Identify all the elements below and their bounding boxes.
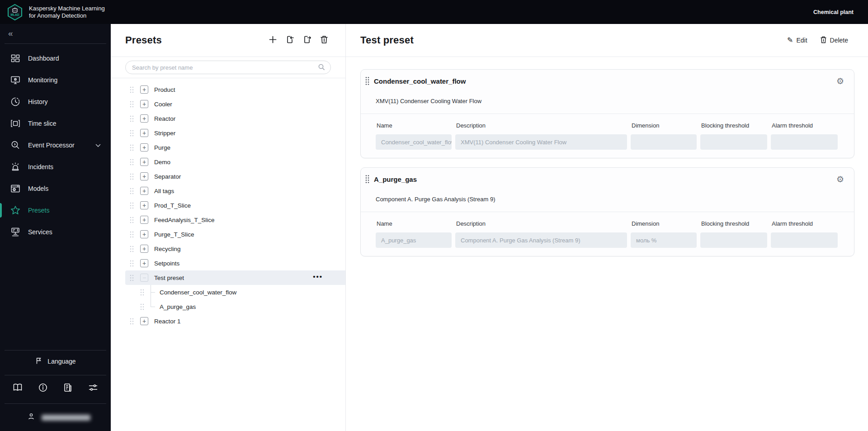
expand-icon[interactable]: + <box>140 158 148 166</box>
drag-handle-icon[interactable] <box>130 318 134 325</box>
preset-add-button[interactable] <box>268 34 278 46</box>
expand-icon[interactable]: + <box>140 143 148 152</box>
expand-icon[interactable]: + <box>140 216 148 224</box>
delete-icon <box>320 35 328 45</box>
gear-icon[interactable]: ⚙ <box>836 77 844 85</box>
drag-handle-icon[interactable] <box>130 144 134 151</box>
sidebar-collapse-button[interactable]: « <box>0 24 111 41</box>
sidebar-item-label: Time slice <box>28 120 57 127</box>
drag-handle-icon[interactable] <box>130 188 134 194</box>
delete-button[interactable]: Delete <box>820 36 848 45</box>
expand-icon[interactable]: + <box>140 187 148 195</box>
sidebar-item-label: Incidents <box>28 163 53 171</box>
drag-handle-icon[interactable] <box>130 115 134 122</box>
presets-icon <box>10 205 21 216</box>
column-header-name: Name <box>376 218 452 232</box>
sidebar-item-history[interactable]: History <box>0 91 111 113</box>
preset-name: Product <box>154 86 175 93</box>
drag-handle-icon[interactable] <box>130 202 134 209</box>
preset-tree-item-all-tags[interactable]: + All tags <box>125 184 345 198</box>
expand-icon[interactable]: + <box>140 85 148 94</box>
sidebar-item-incidents[interactable]: Incidents <box>0 156 111 178</box>
drag-handle-icon[interactable] <box>130 173 134 180</box>
svg-text:MLAD: MLAD <box>11 13 19 16</box>
expand-icon[interactable]: + <box>140 245 148 253</box>
sidebar-item-time-slice[interactable]: Time slice <box>0 113 111 134</box>
column-header-blocking-threshold: Blocking threshold <box>700 120 767 134</box>
preset-context-menu-button[interactable]: ••• <box>313 273 323 280</box>
drag-handle-icon[interactable] <box>130 231 134 238</box>
services-icon <box>10 227 21 237</box>
reports-button[interactable] <box>62 382 74 395</box>
preset-tree-item-demo[interactable]: + Demo <box>125 155 345 169</box>
sidebar-item-monitoring[interactable]: Monitoring <box>0 69 111 91</box>
drag-handle-icon[interactable] <box>130 275 134 281</box>
column-header-alarm-threshold: Alarm threshold <box>771 120 838 134</box>
expand-icon[interactable]: + <box>140 259 148 267</box>
preset-tree-item-prod-t-slice[interactable]: + Prod_T_Slice <box>125 198 345 213</box>
preset-tree-item-stripper[interactable]: + Stripper <box>125 126 345 140</box>
manual-button[interactable] <box>12 382 24 395</box>
preset-tag-item-a-purge-gas[interactable]: A_purge_gas <box>125 299 345 314</box>
preset-tree-item-reactor-1[interactable]: + Reactor 1 <box>125 314 345 328</box>
preset-tree-item-reactor[interactable]: + Reactor <box>125 111 345 126</box>
preset-name: Test preset <box>154 275 184 281</box>
edit-button[interactable]: ✎ Edit <box>787 37 807 44</box>
drag-handle-icon[interactable] <box>140 289 144 296</box>
preset-export-button[interactable] <box>302 34 312 46</box>
collapse-icon[interactable]: − <box>140 274 148 282</box>
preset-tree-item-purge[interactable]: + Purge <box>125 140 345 155</box>
drag-handle-icon[interactable] <box>365 175 369 184</box>
expand-icon[interactable]: + <box>140 172 148 180</box>
sidebar-item-services[interactable]: Services <box>0 221 111 243</box>
preset-tag-item-condenser-cool-water-flow[interactable]: Condenser_cool_water_flow <box>125 285 345 299</box>
preset-import-button[interactable] <box>285 34 295 46</box>
drag-handle-icon[interactable] <box>130 101 134 108</box>
settings-button[interactable] <box>87 382 99 395</box>
incidents-icon <box>10 161 21 172</box>
preset-search-input[interactable] <box>125 61 331 74</box>
drag-handle-icon[interactable] <box>130 246 134 252</box>
sidebar-item-presets[interactable]: Presets <box>0 199 111 221</box>
preset-tree-item-product[interactable]: + Product <box>125 82 345 97</box>
preset-name: Recycling <box>154 246 181 252</box>
preset-tree-item-cooler[interactable]: + Cooler <box>125 97 345 111</box>
expand-icon[interactable]: + <box>140 114 148 123</box>
drag-handle-icon[interactable] <box>365 76 369 85</box>
preset-tree-item-purge-t-slice[interactable]: + Purge_T_Slice <box>125 227 345 242</box>
drag-handle-icon[interactable] <box>130 159 134 166</box>
sidebar-item-models[interactable]: Models <box>0 178 111 199</box>
column-header-alarm-threshold: Alarm threshold <box>771 218 838 232</box>
preset-delete-button[interactable] <box>319 34 329 46</box>
preset-name: Demo <box>154 159 170 166</box>
tag-name: A_purge_gas <box>160 303 196 310</box>
sidebar-item-label: Presets <box>28 207 49 214</box>
column-header-blocking-threshold: Blocking threshold <box>700 218 767 232</box>
language-button[interactable]: Language <box>0 350 111 372</box>
drag-handle-icon[interactable] <box>130 86 134 93</box>
expand-icon[interactable]: + <box>140 129 148 137</box>
preset-tree-item-test-preset[interactable]: − Test preset ••• <box>125 270 345 285</box>
sidebar-item-dashboard[interactable]: Dashboard <box>0 47 111 69</box>
user-account[interactable] <box>0 404 111 431</box>
manual-icon <box>13 387 23 394</box>
expand-icon[interactable]: + <box>140 201 148 209</box>
tag-card-title: Condenser_cool_water_flow <box>374 77 466 85</box>
drag-handle-icon[interactable] <box>130 217 134 223</box>
about-button[interactable] <box>37 382 49 395</box>
gear-icon[interactable]: ⚙ <box>836 175 844 184</box>
divider <box>5 43 106 44</box>
sidebar-item-event-processor[interactable]: Event Processor <box>0 134 111 156</box>
drag-handle-icon[interactable] <box>140 303 144 310</box>
expand-icon[interactable]: + <box>140 317 148 325</box>
preset-tree-item-separator[interactable]: + Separator <box>125 169 345 184</box>
preset-tree-item-recycling[interactable]: + Recycling <box>125 242 345 256</box>
drag-handle-icon[interactable] <box>130 130 134 137</box>
chevron-down-icon <box>95 141 101 149</box>
preset-tree-item-feedanalysis-t-slice[interactable]: + FeedAnalysis_T_Slice <box>125 213 345 227</box>
sidebar-nav: Dashboard Monitoring History Time slice … <box>0 47 111 243</box>
expand-icon[interactable]: + <box>140 230 148 238</box>
expand-icon[interactable]: + <box>140 100 148 108</box>
preset-tree-item-setpoints[interactable]: + Setpoints <box>125 256 345 270</box>
drag-handle-icon[interactable] <box>130 260 134 267</box>
